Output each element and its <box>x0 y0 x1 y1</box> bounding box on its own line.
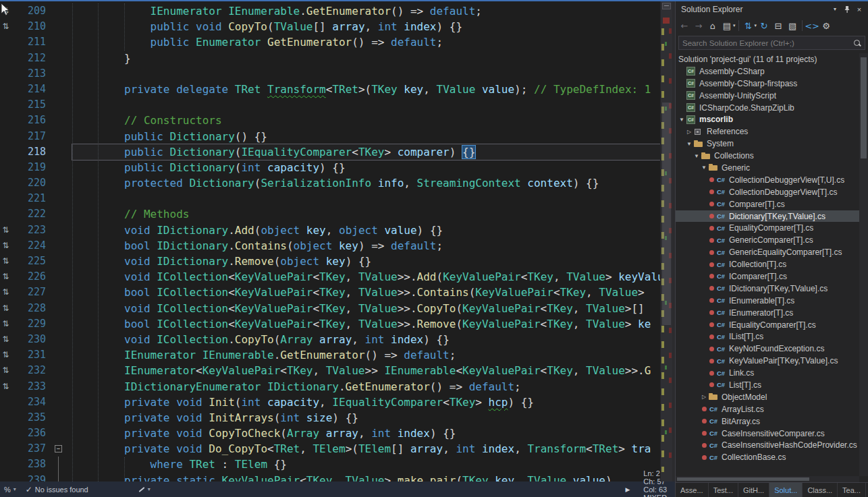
implements-indicator-icon[interactable]: ⇅ <box>0 3 11 19</box>
code-text[interactable]: void ICollection<KeyValuePair<TKey, TVal… <box>72 301 660 316</box>
implements-indicator-icon[interactable]: ⇅ <box>0 332 11 347</box>
code-text[interactable]: public Dictionary(int capacity) {} <box>72 160 660 175</box>
expander-icon[interactable]: ▼ <box>685 141 693 147</box>
outline-margin[interactable] <box>50 410 72 426</box>
code-line-230[interactable]: ⇅230 void ICollection.CopyTo(Array array… <box>0 332 660 347</box>
code-line-226[interactable]: ⇅226 void ICollection<KeyValuePair<TKey,… <box>0 269 660 285</box>
implements-indicator-icon[interactable]: ⇅ <box>0 347 11 363</box>
editor-vertical-scrollbar[interactable] <box>660 1 672 481</box>
code-text[interactable] <box>72 66 660 82</box>
tree-item-caseinsensitivecomparer-cs[interactable]: C#CaseInsensitiveComparer.cs <box>676 428 859 440</box>
tree-item-icollection-t-cs[interactable]: C#ICollection[T].cs <box>676 258 859 270</box>
tree-item-bitarray-cs[interactable]: C#BitArray.cs <box>676 415 859 428</box>
code-text[interactable]: void IDictionary.Add(object key, object … <box>72 223 660 238</box>
tree-item-keyvaluepair-tkey-tvalue-cs[interactable]: C#KeyValuePair[TKey,TValue].cs <box>676 355 859 367</box>
code-text[interactable]: public Enumerator GetEnumerator() => def… <box>72 34 660 50</box>
sync-with-active-document-icon[interactable]: ⇅ <box>742 19 755 32</box>
tool-window-tab-asse[interactable]: Asse... <box>676 483 709 497</box>
tool-window-tab-gith[interactable]: GitH... <box>738 483 769 497</box>
show-all-files-icon[interactable]: ▧ <box>786 19 799 32</box>
scrollbar-thumb[interactable] <box>662 103 671 325</box>
tree-item-assembly-csharp-firstpass[interactable]: C#Assembly-CSharp-firstpass <box>676 78 859 90</box>
tool-window-tab-tea[interactable]: Tea... <box>838 483 866 497</box>
outline-margin[interactable]: − <box>50 441 72 457</box>
code-text[interactable]: void IDictionary.Remove(object key) {} <box>72 254 660 269</box>
tree-item-collectionbase-cs[interactable]: C#CollectionBase.cs <box>676 451 859 463</box>
implements-indicator-icon[interactable]: ⇅ <box>0 238 11 254</box>
code-line-236[interactable]: 236 private void CopyToCheck(Array array… <box>0 426 660 441</box>
view-code-icon[interactable]: <> <box>805 19 819 32</box>
expander-icon[interactable]: ▷ <box>700 394 708 400</box>
solution-root[interactable]: Solution 'project-gui' (11 of 11 project… <box>676 53 859 65</box>
code-text[interactable]: private void InitArrays(int size) {} <box>72 410 660 426</box>
code-line-221[interactable]: 221 <box>0 191 660 206</box>
outline-margin[interactable] <box>50 34 72 50</box>
code-text[interactable]: private delegate TRet Transform<TRet>(TK… <box>72 82 660 97</box>
outline-margin[interactable] <box>50 316 72 332</box>
code-line-238[interactable]: 238 where TRet : TElem {} <box>0 457 660 472</box>
outline-margin[interactable] <box>50 457 72 472</box>
tree-horizontal-scrollbar[interactable] <box>676 476 859 482</box>
tree-item-collectiondebuggerview-t-cs[interactable]: C#CollectionDebuggerView[T].cs <box>676 186 859 198</box>
close-icon[interactable]: × <box>853 3 865 16</box>
code-line-219[interactable]: 219 public Dictionary(int capacity) {} <box>0 160 660 175</box>
outline-margin[interactable] <box>50 426 72 441</box>
tree-item-iequalitycomparer-t-cs[interactable]: C#IEqualityComparer[T].cs <box>676 319 859 331</box>
tree-item-comparer-t-cs[interactable]: C#Comparer[T].cs <box>676 198 859 210</box>
expander-icon[interactable]: ▼ <box>693 153 701 159</box>
code-text[interactable]: private void Do_CopyTo<TRet, TElem>(TEle… <box>72 441 660 457</box>
implements-indicator-icon[interactable]: ⇅ <box>0 285 11 300</box>
code-editor[interactable]: ⇅209 IEnumerator IEnumerable.GetEnumerat… <box>0 1 675 481</box>
outline-margin[interactable] <box>50 19 72 34</box>
code-line-217[interactable]: 217 public Dictionary() {} <box>0 129 660 144</box>
code-text[interactable]: // Constructors <box>72 113 660 128</box>
outline-margin[interactable] <box>50 144 72 160</box>
tree-item-ilist-t-cs[interactable]: C#IList[T].cs <box>676 330 859 343</box>
tree-item-generic[interactable]: ▼Generic <box>676 162 859 174</box>
outline-margin[interactable] <box>50 379 72 394</box>
tree-item-mscorlib[interactable]: ▼C#mscorlib <box>676 113 859 125</box>
outline-margin[interactable] <box>50 175 72 191</box>
code-text[interactable] <box>72 191 660 206</box>
code-line-222[interactable]: 222 // Methods <box>0 206 660 222</box>
outline-margin[interactable] <box>50 223 72 238</box>
home-icon[interactable]: ⌂ <box>706 19 720 32</box>
tree-item-caseinsensitivehashcodeprovider-cs[interactable]: C#CaseInsensitiveHashCodeProvider.cs <box>676 440 859 452</box>
outline-margin[interactable] <box>50 97 72 113</box>
search-input[interactable]: Search Solution Explorer (Ctrl+;) <box>682 39 853 47</box>
code-line-234[interactable]: 234 private void Init(int capacity, IEqu… <box>0 394 660 410</box>
code-line-235[interactable]: 235 private void InitArrays(int size) {} <box>0 410 660 426</box>
tree-item-collections[interactable]: ▼Collections <box>676 150 859 162</box>
code-text[interactable]: } <box>72 51 660 66</box>
code-line-216[interactable]: 216 // Constructors <box>0 113 660 128</box>
code-text[interactable]: IDictionaryEnumerator IDictionary.GetEnu… <box>72 379 660 394</box>
expander-icon[interactable]: ▷ <box>685 129 693 135</box>
implements-indicator-icon[interactable]: ⇅ <box>0 301 11 316</box>
tree-item-arraylist-cs[interactable]: C#ArrayList.cs <box>676 403 859 415</box>
code-text[interactable]: // Methods <box>72 206 660 222</box>
tree-item-system[interactable]: ▼System <box>676 138 859 150</box>
tree-vertical-scrollbar[interactable] <box>859 53 868 476</box>
code-line-232[interactable]: ⇅232 IEnumerator<KeyValuePair<TKey, TVal… <box>0 363 660 378</box>
tree-item-equalitycomparer-t-cs[interactable]: C#EqualityComparer[T].cs <box>676 222 859 234</box>
outline-margin[interactable] <box>50 113 72 128</box>
outline-margin[interactable] <box>50 238 72 254</box>
tree-item-collectiondebuggerview-t-u-cs[interactable]: C#CollectionDebuggerView[T,U].cs <box>676 174 859 186</box>
code-line-214[interactable]: 214 private delegate TRet Transform<TRet… <box>0 82 660 97</box>
code-line-223[interactable]: ⇅223 void IDictionary.Add(object key, ob… <box>0 223 660 238</box>
scrollbar-thumb[interactable] <box>677 477 809 481</box>
tree-item-genericequalitycomparer-t-cs[interactable]: C#GenericEqualityComparer[T].cs <box>676 246 859 258</box>
tree-item-ienumerable-t-cs[interactable]: C#IEnumerable[T].cs <box>676 295 859 307</box>
issues-indicator[interactable]: ✓ No issues found <box>26 485 88 494</box>
refresh-icon[interactable]: ↻ <box>757 19 771 32</box>
search-icon[interactable] <box>853 39 861 47</box>
outline-margin[interactable] <box>50 51 72 66</box>
code-line-229[interactable]: ⇅229 bool ICollection<KeyValuePair<TKey,… <box>0 316 660 332</box>
outline-margin[interactable] <box>50 191 72 206</box>
outline-margin[interactable] <box>50 129 72 144</box>
code-viewport[interactable]: ⇅209 IEnumerator IEnumerable.GetEnumerat… <box>0 1 660 481</box>
tree-item-dictionary-tkey-tvalue-cs[interactable]: C#Dictionary[TKey,TValue].cs <box>676 210 859 223</box>
tool-window-tab-test[interactable]: Test... <box>709 483 738 497</box>
code-text[interactable]: bool IDictionary.Contains(object key) =>… <box>72 238 660 254</box>
code-line-237[interactable]: 237− private void Do_CopyTo<TRet, TElem>… <box>0 441 660 457</box>
